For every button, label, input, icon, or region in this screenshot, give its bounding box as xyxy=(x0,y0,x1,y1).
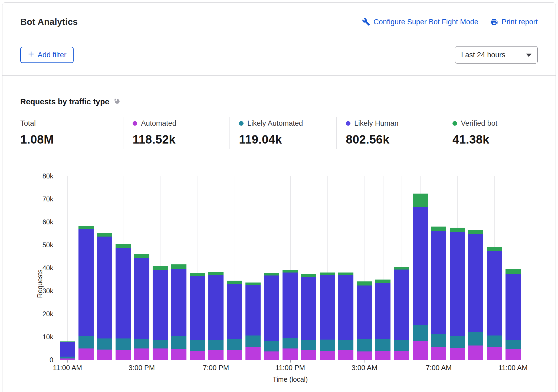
bar-segment-automated xyxy=(301,350,316,360)
bar-slot xyxy=(392,176,411,360)
bar-segment-likely-automated xyxy=(190,340,205,351)
chart-bar-5-00-am-18[interactable] xyxy=(394,267,409,360)
y-tick-label: 80k xyxy=(42,172,53,180)
chart-bar-2-00-am-15[interactable] xyxy=(338,273,353,360)
print-report-link[interactable]: Print report xyxy=(490,18,538,26)
bar-segment-automated xyxy=(245,347,261,360)
header-divider xyxy=(2,75,556,76)
bar-segment-likely-human xyxy=(338,275,353,340)
chart-bar-10-00-am-23[interactable] xyxy=(487,247,502,360)
bar-segment-verified-bot xyxy=(357,281,372,285)
x-axis-tick xyxy=(439,360,439,363)
y-tick-label: 0 xyxy=(50,356,53,364)
chart-bar-4-00-am-17[interactable] xyxy=(375,280,390,360)
bar-segment-verified-bot xyxy=(116,244,131,248)
bar-segment-likely-automated xyxy=(413,325,428,341)
bar-segment-likely-automated xyxy=(320,340,335,351)
bar-segment-verified-bot xyxy=(394,267,409,270)
bar-segment-likely-automated xyxy=(245,335,261,347)
stat-verified-bot-label: Verified bot xyxy=(461,119,497,128)
bar-slot xyxy=(95,176,114,360)
chart-bar-9-00-pm-10[interactable] xyxy=(245,283,261,360)
bar-segment-likely-human xyxy=(190,276,205,340)
x-tick-label: 3:00 PM xyxy=(129,364,155,372)
time-range-value: Last 24 hours xyxy=(461,51,506,59)
card-header: Bot Analytics Configure Super Bot Fight … xyxy=(2,3,556,75)
stats-row: Total 1.08M Automated 118.52k Likely Aut… xyxy=(20,117,538,149)
x-axis-tick xyxy=(290,360,291,363)
bar-segment-likely-human xyxy=(78,229,94,336)
bar-segment-likely-automated xyxy=(116,338,131,350)
chart-bar-3-00-pm-4[interactable] xyxy=(134,254,149,360)
stat-automated: Automated 118.52k xyxy=(123,117,229,149)
bar-segment-verified-bot xyxy=(245,283,261,285)
bar-segment-likely-automated xyxy=(487,335,502,347)
chart-bar-12-00-pm-1[interactable] xyxy=(78,226,94,360)
stat-total-label: Total xyxy=(20,119,36,128)
add-filter-button[interactable]: Add filter xyxy=(20,47,74,63)
chart-bar-3-00-am-16[interactable] xyxy=(357,281,372,360)
bar-segment-likely-human xyxy=(153,270,168,340)
stat-verified-bot-value: 41.38k xyxy=(452,133,538,146)
chart-bar-2-00-pm-3[interactable] xyxy=(116,244,131,360)
bar-segment-likely-human xyxy=(450,232,465,336)
plot-area: 010k20k30k40k50k60k70k80k xyxy=(58,176,522,360)
bar-segment-automated xyxy=(468,346,483,360)
bar-segment-automated xyxy=(116,350,131,360)
bar-segment-automated xyxy=(431,347,446,360)
x-axis-tick xyxy=(513,360,513,363)
chart-bar-5-00-pm-6[interactable] xyxy=(171,264,186,360)
y-tick-label: 60k xyxy=(42,218,53,226)
bar-segment-automated xyxy=(153,348,168,360)
bar-segment-likely-human xyxy=(301,277,316,340)
bar-segment-likely-human xyxy=(431,231,446,334)
configure-super-bot-fight-mode-link[interactable]: Configure Super Bot Fight Mode xyxy=(362,18,478,26)
chart-bar-7-00-pm-8[interactable] xyxy=(208,272,224,360)
chart-bar-9-00-am-22[interactable] xyxy=(468,230,483,360)
bar-segment-likely-human xyxy=(487,251,502,335)
bar-segment-automated xyxy=(357,351,372,360)
likely-automated-legend-dot xyxy=(239,121,244,126)
pie-chart-icon xyxy=(113,98,120,106)
chart-bar-8-00-am-21[interactable] xyxy=(450,228,465,360)
verified-bot-legend-dot xyxy=(452,121,457,126)
bar-slot xyxy=(188,176,207,360)
chart-bar-8-00-pm-9[interactable] xyxy=(227,281,242,360)
bar-segment-likely-human xyxy=(97,237,112,338)
bar-segment-likely-automated xyxy=(153,340,168,348)
wrench-icon xyxy=(362,18,370,26)
bar-segment-likely-automated xyxy=(283,338,298,348)
print-link-label: Print report xyxy=(501,18,538,26)
bar-segment-likely-automated xyxy=(338,340,353,350)
chart-bar-6-00-am-19[interactable] xyxy=(413,194,428,360)
chart-bar-10-00-pm-11[interactable] xyxy=(264,273,279,360)
y-tick-label: 30k xyxy=(42,287,53,295)
chart-bar-1-00-pm-2[interactable] xyxy=(97,233,112,360)
chart-bar-11-00-am-0[interactable] xyxy=(60,341,75,360)
chart-bar-11-00-pm-12[interactable] xyxy=(283,270,298,360)
stat-likely-automated-label: Likely Automated xyxy=(247,119,303,128)
bar-segment-verified-bot xyxy=(208,272,224,275)
time-range-select[interactable]: Last 24 hours xyxy=(455,46,538,64)
chart-bar-7-00-am-20[interactable] xyxy=(431,227,446,360)
chart-bar-4-00-pm-5[interactable] xyxy=(153,266,168,360)
bar-segment-automated xyxy=(208,350,224,360)
bar-slot xyxy=(485,176,504,360)
bar-segment-likely-human xyxy=(208,275,224,340)
chart-bar-1-00-am-14[interactable] xyxy=(320,273,335,360)
bar-segment-automated xyxy=(506,349,521,360)
likely-human-legend-dot xyxy=(346,121,350,126)
chart-bar-11-00-am-24[interactable] xyxy=(506,269,521,360)
stat-total-value: 1.08M xyxy=(20,133,123,146)
y-tick-label: 10k xyxy=(42,333,53,341)
bar-slot xyxy=(300,176,318,360)
bar-segment-likely-human xyxy=(468,234,483,332)
bar-segment-likely-automated xyxy=(60,357,75,358)
chart-bar-12-00-am-13[interactable] xyxy=(301,274,316,360)
x-axis-tick xyxy=(142,360,142,363)
bar-segment-verified-bot xyxy=(375,280,390,283)
bar-slot xyxy=(448,176,467,360)
bar-segment-automated xyxy=(283,348,298,360)
bar-segment-automated xyxy=(450,348,465,360)
chart-bar-6-00-pm-7[interactable] xyxy=(190,273,205,360)
